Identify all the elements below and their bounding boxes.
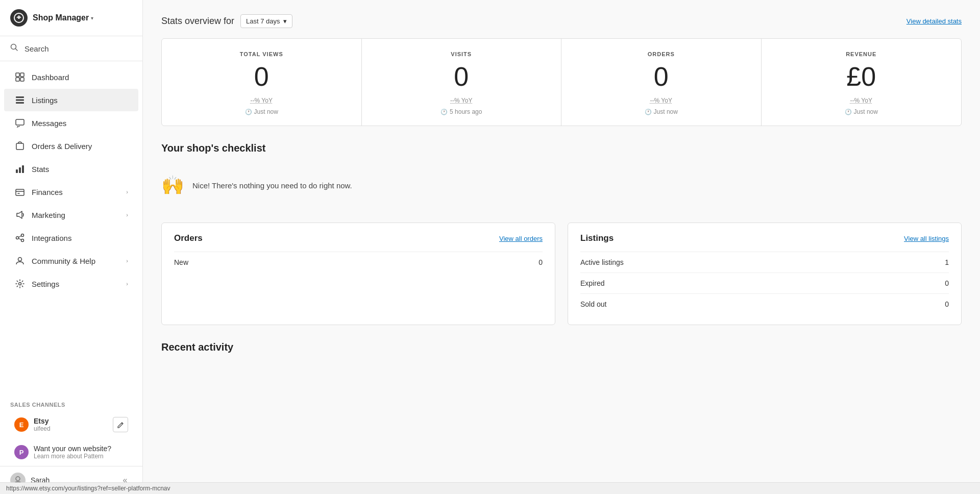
statusbar: https://www.etsy.com/your/listings?ref=s… <box>0 482 980 494</box>
checklist-empty: 🙌 Nice! There's nothing you need to do r… <box>161 164 962 206</box>
stats-header-left: Stats overview for Last 7 days ▾ <box>161 14 292 28</box>
search-icon <box>10 43 18 54</box>
stat-time-text: Just now <box>654 108 678 115</box>
sidebar-item-label: Finances <box>32 188 126 196</box>
sidebar-item-marketing[interactable]: Marketing › <box>4 204 138 226</box>
etsy-edit-button[interactable] <box>113 417 128 432</box>
stat-card-revenue: REVENUE £0 --% YoY 🕐 Just now <box>762 39 962 126</box>
svg-point-18 <box>21 234 24 237</box>
stat-yoy: --% YoY <box>372 97 551 104</box>
listings-panel-title: Listings <box>580 233 614 243</box>
listings-panel-header: Listings View all listings <box>580 233 949 243</box>
stat-card-total-views: TOTAL VIEWS 0 --% YoY 🕐 Just now <box>162 39 362 126</box>
orders-panel: Orders View all orders New 0 <box>161 223 555 325</box>
stat-value: £0 <box>772 63 951 90</box>
messages-icon <box>14 117 26 129</box>
sidebar-item-label: Marketing <box>32 211 126 219</box>
sidebar-item-stats[interactable]: Stats <box>4 158 138 180</box>
sidebar-item-community[interactable]: Community & Help › <box>4 250 138 272</box>
etsy-info: Etsy uifeed <box>34 417 113 432</box>
sidebar-item-integrations[interactable]: Integrations <box>4 227 138 249</box>
checklist-empty-text: Nice! There's nothing you need to do rig… <box>192 181 352 190</box>
svg-rect-11 <box>16 119 24 125</box>
view-all-orders-link[interactable]: View all orders <box>499 235 543 242</box>
stat-label: ORDERS <box>572 51 751 57</box>
community-arrow: › <box>126 258 128 264</box>
integrations-icon <box>14 232 26 243</box>
clock-icon: 🕐 <box>645 109 652 115</box>
svg-point-17 <box>16 237 19 239</box>
pattern-sub: Learn more about Pattern <box>34 453 128 460</box>
finances-arrow: › <box>126 189 128 195</box>
nav-menu: Dashboard Listings Messages <box>0 61 142 396</box>
orders-panel-title: Orders <box>174 233 203 243</box>
svg-rect-5 <box>20 73 24 77</box>
pattern-name: Want your own website? <box>34 444 128 453</box>
stat-yoy: --% YoY <box>572 97 751 104</box>
sidebar-item-dashboard[interactable]: Dashboard <box>4 66 138 88</box>
sidebar-item-label: Orders & Delivery <box>32 142 128 151</box>
svg-rect-15 <box>22 165 24 173</box>
sidebar-item-label: Listings <box>32 96 128 105</box>
svg-rect-12 <box>16 143 23 150</box>
sidebar-item-label: Integrations <box>32 234 128 242</box>
shop-manager-arrow: ▾ <box>91 15 93 21</box>
svg-rect-6 <box>16 78 19 81</box>
main-content: Stats overview for Last 7 days ▾ View de… <box>143 0 980 494</box>
sidebar-item-orders[interactable]: Orders & Delivery <box>4 135 138 157</box>
stat-value: 0 <box>372 63 551 90</box>
shop-manager-header[interactable]: Shop Manager ▾ <box>0 0 142 36</box>
view-detailed-stats-link[interactable]: View detailed stats <box>906 17 962 25</box>
sidebar-item-finances[interactable]: Finances › <box>4 181 138 203</box>
stat-label: VISITS <box>372 51 551 57</box>
community-icon <box>14 255 26 266</box>
listings-row-value: 0 <box>945 300 949 308</box>
etsy-icon: E <box>14 417 29 432</box>
svg-line-20 <box>19 236 21 237</box>
clock-icon: 🕐 <box>440 109 448 115</box>
sidebar-item-label: Community & Help <box>32 257 126 265</box>
stat-label: REVENUE <box>772 51 951 57</box>
svg-rect-7 <box>20 78 24 81</box>
etsy-name: Etsy <box>34 417 113 425</box>
svg-point-25 <box>16 477 20 481</box>
listings-row-expired: Expired 0 <box>580 273 949 293</box>
listings-row-value: 1 <box>945 258 949 266</box>
stat-card-orders: ORDERS 0 --% YoY 🕐 Just now <box>561 39 762 126</box>
svg-point-1 <box>18 17 20 19</box>
pattern-icon: P <box>14 445 29 459</box>
finances-icon <box>14 186 26 197</box>
dashboard-icon <box>14 71 26 83</box>
sidebar-item-label: Settings <box>32 280 126 288</box>
orders-icon <box>14 140 26 152</box>
sidebar-item-label: Stats <box>32 165 128 174</box>
pattern-channel[interactable]: P Want your own website? Learn more abou… <box>4 439 138 465</box>
view-all-listings-link[interactable]: View all listings <box>904 235 949 242</box>
svg-rect-4 <box>16 73 19 77</box>
sales-channels-header: SALES CHANNELS <box>0 396 142 411</box>
svg-rect-10 <box>16 102 24 104</box>
clock-icon: 🕐 <box>845 109 852 115</box>
sidebar-item-messages[interactable]: Messages <box>4 112 138 134</box>
svg-rect-13 <box>16 169 18 173</box>
stat-time: 🕐 Just now <box>772 108 951 115</box>
shop-manager-title: Shop Manager <box>33 13 89 22</box>
stats-header: Stats overview for Last 7 days ▾ View de… <box>161 14 962 28</box>
svg-point-22 <box>18 258 22 261</box>
stats-period-label: Last 7 days <box>246 17 280 25</box>
stats-period-select[interactable]: Last 7 days ▾ <box>240 14 292 28</box>
sidebar-item-settings[interactable]: Settings › <box>4 273 138 295</box>
shop-logo <box>10 9 28 27</box>
sidebar-item-listings[interactable]: Listings <box>4 89 138 111</box>
stat-yoy: --% YoY <box>772 97 951 104</box>
listings-panel: Listings View all listings Active listin… <box>568 223 962 325</box>
sidebar: Shop Manager ▾ Search Dashboard <box>0 0 143 494</box>
marketing-icon <box>14 209 26 220</box>
stat-yoy: --% YoY <box>172 97 351 104</box>
search-item[interactable]: Search <box>0 36 142 61</box>
pattern-info: Want your own website? Learn more about … <box>34 444 128 460</box>
svg-rect-9 <box>16 100 24 101</box>
stats-overview-title: Stats overview for <box>161 16 234 27</box>
stat-time-text: Just now <box>254 108 278 115</box>
svg-point-19 <box>21 239 24 242</box>
